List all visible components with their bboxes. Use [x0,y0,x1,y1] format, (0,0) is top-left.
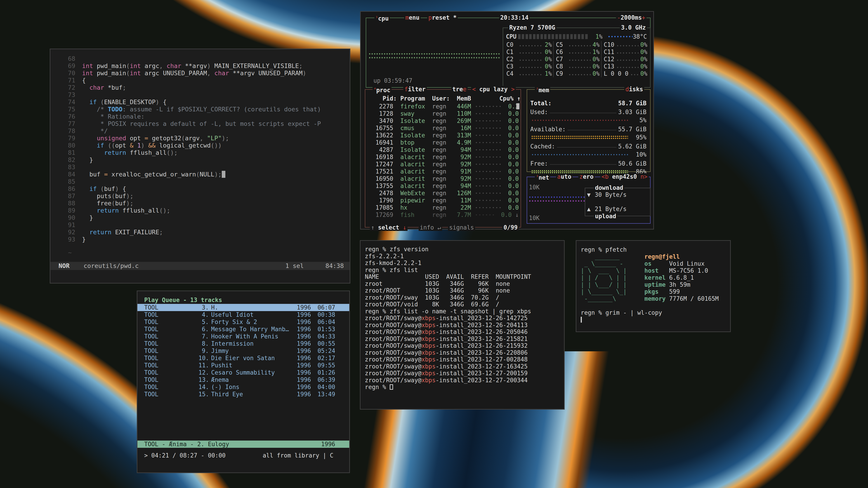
process-row[interactable]: 1728 sway regn 110M 0.0 [368,110,519,117]
text-segment: | \ ___ \ | [581,267,645,274]
track-artist: TOOL [144,340,198,347]
process-cpu-graph [475,142,501,143]
process-row[interactable]: 13755 alacrit regn 94M 0.0 [368,182,519,190]
process-row[interactable]: 2278 firefox regn 446M 0.3 [368,103,519,110]
process-cell: 11M [450,197,475,204]
cmus-track-row[interactable]: TOOL8.Intermission199600:55 [137,340,349,347]
process-row[interactable]: 17521 alacrit regn 91M 0.0 [368,168,519,175]
core-name: C12 [604,56,614,63]
sort-next-arrow[interactable]: > [511,86,515,93]
terminal-cursor-hollow [390,384,393,390]
refresh-interval-control[interactable]: -2000ms+ [616,14,647,21]
disks-toggle-button[interactable]: disks [624,86,644,93]
text-segment: fflush_all [119,207,159,214]
preset-button[interactable]: preset * [427,14,458,21]
process-row[interactable]: 4287 Isolate regn 94M 0.0 [368,146,519,153]
percent-sign: % [548,63,552,70]
play-queue-list[interactable]: TOOL3.H.199606:07TOOL4.Useful Idiot19960… [137,304,349,398]
signals-keybind[interactable]: signals [448,224,475,231]
process-row[interactable]: 16918 alacrit regn 92M 0.0 [368,153,519,161]
cpu-temperature: 38°C [633,33,648,40]
mem-panel-title[interactable]: ²mem [535,86,550,93]
select-keybind[interactable]: ↑ select ↓ [370,224,408,231]
net-panel-title[interactable]: ³net [535,173,550,180]
line-number: 91 [51,221,75,229]
cmus-player-window[interactable]: Play Queue - 13 tracks TOOL3.H.199606:07… [137,291,350,473]
cpu-core-cell: C5 4% [553,41,601,48]
track-duration: 09:55 [315,362,335,369]
process-cell: 94M [450,146,475,153]
pfetch-terminal-window[interactable]: regn % pfetch _______ regn@fjell _ \____… [576,240,731,332]
process-cell: 13755 [368,182,400,190]
text-segment: buf [115,193,126,199]
process-row[interactable]: 13622 Isolate regn 313M 0.0 [368,132,519,139]
process-row[interactable]: 16950 alacrit regn 92M 0.0 [368,175,519,182]
process-row[interactable]: 17269 fish regn 7.7M 0.0 ↓ [368,211,519,219]
cmus-track-row[interactable]: TOOL6.Message To Harry Manb…199601:53 [137,326,349,333]
code-line: 79 unsigned opt = getopt32(argv, "LP"); [51,135,350,142]
cpu-panel-title[interactable]: ¹cpu [374,14,390,21]
text-segment: regn % zfs list [365,267,418,273]
process-row[interactable]: 1790 pipewir regn 11M 0.0 [368,197,519,204]
process-row[interactable]: 17247 alacrit regn 92M 0.0 [368,161,519,168]
terminal-line: zfs-2.2.2-1 [365,253,563,260]
net-auto-button[interactable]: auto [556,173,572,180]
process-table[interactable]: 2278 firefox regn 446M 0.3 1728 sway reg… [368,103,519,219]
text-segment: xbps [421,342,436,349]
track-number: 7. [198,333,209,340]
percent-sign: % [644,41,647,48]
text-segment: pwd_main [93,70,126,76]
text-segment: argc [141,62,159,69]
cmus-track-row[interactable]: TOOL4.Useful Idiot199600:38 [137,311,349,318]
track-duration: 06:39 [315,376,335,383]
net-interface-selector[interactable]: <b enp42s0 n> [600,173,649,180]
cmus-track-row[interactable]: TOOL3.H.199606:07 [137,304,349,311]
cmus-track-row[interactable]: TOOL13.Ænema199606:39 [137,376,349,383]
core-usage-graph [568,45,591,46]
core-usage-graph [519,67,543,68]
process-cell: 17521 [368,168,400,175]
code-text: char *buf; [82,84,126,91]
process-row[interactable]: 2478 WebExte regn 126M 0.0 [368,190,519,197]
track-artist: TOOL [144,333,198,340]
cmus-track-row[interactable]: TOOL9.Jimmy199605:24 [137,347,349,355]
sort-prev-arrow[interactable]: < [472,86,476,93]
editor-cursor-position: 84:38 [326,262,344,270]
tree-toggle-button[interactable]: tree [451,86,468,93]
terminal-output[interactable]: regn % pfetch _______ regn@fjell _ \____… [581,246,729,323]
cmus-track-row[interactable]: TOOL15.Third Eye199613:49 [137,391,349,398]
text-segment [82,98,90,105]
terminal-output[interactable]: regn % zfs versionzfs-2.2.2-1zfs-kmod-2.… [365,246,563,391]
cmus-track-row[interactable]: TOOL5.Forty Six & 2199606:04 [137,318,349,326]
terminal-line: | \ ___ \ | host MS-7C56 1.0 [581,267,729,274]
text-segment: = [104,171,108,178]
process-row[interactable]: 16755 cmus regn 16M 0.0 [368,125,519,132]
info-keybind[interactable]: info ↵ [418,224,442,231]
process-row[interactable]: 16941 btop regn 4.9M 0.0 [368,139,519,146]
zfs-terminal-window[interactable]: regn % zfs versionzfs-2.2.2-1zfs-kmod-2.… [360,240,565,410]
proc-panel-title[interactable]: ⁴proc [373,86,392,93]
text-segment: zroot/ROOT/sway@ [365,335,421,342]
core-usage-graph [519,45,543,46]
cmus-track-row[interactable]: TOOL10.Die Eier von Satan199602:17 [137,355,349,362]
code-text [82,221,86,229]
filter-button[interactable]: filter [403,86,427,93]
editor-code-area[interactable]: 68 69int pwd_main(int argc, char **argv)… [51,55,350,243]
process-scrollbar-thumb[interactable] [516,103,520,109]
btop-monitor-window[interactable]: ¹cpu menu preset * 20:33:14 -2000ms+ up … [360,11,654,230]
cmus-track-row[interactable]: TOOL7.Hooker With A Penis199604:33 [137,333,349,340]
menu-button[interactable]: menu [404,14,421,21]
sort-selector[interactable]: < cpu lazy > [471,86,516,93]
process-cell: regn [432,211,450,219]
process-row[interactable]: 17085 hx regn 22M 0.0 [368,204,519,211]
text-segment: ) [207,62,215,69]
text-segment: ); [126,200,133,207]
helix-editor-window[interactable]: 68 69int pwd_main(int argc, char **argv)… [50,48,350,284]
process-row[interactable]: 3470 Isolate regn 269M 0.0 [368,117,519,125]
interval-decrease-button[interactable]: - [617,14,621,21]
interval-increase-button[interactable]: + [642,14,645,21]
net-zero-button[interactable]: zero [578,173,595,180]
cmus-track-row[interactable]: TOOL14.(-) Ions199604:00 [137,383,349,391]
cmus-track-row[interactable]: TOOL11.Pushit199609:55 [137,362,349,369]
cmus-track-row[interactable]: TOOL12.Cesaro Summability199601:26 [137,369,349,376]
